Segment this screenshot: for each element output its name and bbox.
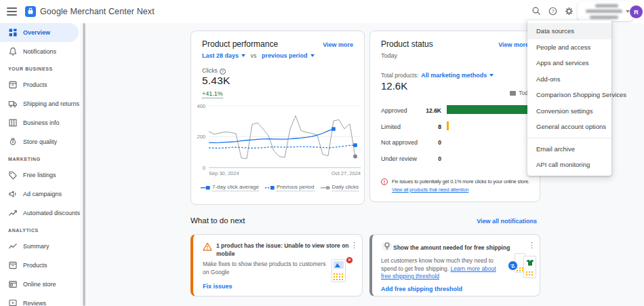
todo-card-fix-issues: 1 product has the issue: Unable to view … bbox=[190, 234, 363, 297]
sidebar-item-free-listings[interactable]: Free listings bbox=[0, 166, 79, 185]
top-app-bar: Google Merchant Center Next ? R bbox=[0, 0, 644, 23]
sidebar-section-your-business: YOUR BUSINESS bbox=[0, 61, 81, 75]
todo1-body: Make fixes to show these products to cus… bbox=[203, 261, 333, 276]
compare-dropdown[interactable]: previous period bbox=[262, 52, 308, 59]
account-info-redacted[interactable] bbox=[578, 1, 633, 21]
menu-item-data-sources[interactable]: Data sources bbox=[527, 23, 611, 39]
app-title: Google Merchant Center Next bbox=[40, 7, 155, 16]
status-rows: Approved12.6KLimited8Not approved0Under … bbox=[381, 104, 535, 168]
svg-text:0: 0 bbox=[203, 165, 205, 171]
svg-text:Oct 27, 2024: Oct 27, 2024 bbox=[331, 170, 361, 176]
sidebar-item-store-quality[interactable]: Store quality bbox=[0, 132, 79, 151]
badge-icon bbox=[8, 137, 18, 147]
chevron-down-icon bbox=[241, 54, 245, 57]
menu-divider bbox=[527, 138, 611, 138]
view-all-notifications-link[interactable]: View all notifications bbox=[190, 218, 537, 225]
todo2-title: Show the amount needed for free shipping bbox=[393, 244, 532, 252]
legend-square-icon bbox=[510, 91, 516, 96]
clicks-line-chart: 0200400Sep 30, 2024Oct 27, 2024 bbox=[191, 99, 365, 179]
menu-item-add-ons[interactable]: Add-ons bbox=[527, 71, 611, 88]
svg-text:400: 400 bbox=[197, 103, 205, 109]
status-row-approved: Approved12.6K bbox=[381, 104, 535, 120]
metric-value: 5.43K bbox=[202, 75, 230, 87]
total-products-row: Total products:All marketing methods bbox=[381, 72, 494, 79]
browser-icon bbox=[8, 280, 18, 289]
avatar[interactable]: R bbox=[630, 5, 643, 18]
menu-item-apps-and-services[interactable]: Apps and services bbox=[527, 55, 611, 71]
sidebar-item-notifications[interactable]: Notifications bbox=[0, 42, 79, 61]
sidebar-item-products[interactable]: Products bbox=[0, 75, 79, 94]
total-products-value: 12.6K bbox=[381, 80, 407, 92]
todo-card-free-shipping: Show the amount needed for free shipping… bbox=[369, 234, 540, 297]
sidebar-scrollbar[interactable] bbox=[81, 23, 85, 306]
help-icon[interactable]: ? bbox=[220, 69, 226, 75]
menu-item-general-account-options[interactable]: General account options bbox=[527, 119, 611, 135]
sidebar-item-online-store[interactable]: Online store bbox=[0, 275, 79, 294]
performance-card-title: Product performance bbox=[202, 39, 278, 49]
menu-item-email-archive[interactable]: Email archive bbox=[527, 141, 611, 157]
status-bar bbox=[447, 105, 536, 114]
review-icon bbox=[8, 299, 18, 306]
legend-item-previous-period[interactable]: Previous period bbox=[265, 184, 315, 191]
menu-hamburger-icon[interactable] bbox=[7, 7, 17, 16]
metric-label: Clicks? bbox=[202, 67, 226, 75]
product-status-card: Product status View more Today Total pro… bbox=[369, 31, 540, 202]
status-row-not-approved: Not approved0 bbox=[381, 136, 535, 152]
marketing-methods-dropdown[interactable]: All marketing methods bbox=[421, 72, 487, 79]
todo2-illustration bbox=[506, 252, 539, 287]
sidebar-item-reviews[interactable]: Reviews bbox=[0, 294, 79, 306]
view-all-products-link[interactable]: View all products that need attention bbox=[392, 187, 468, 193]
todo1-title: 1 product has the issue: Unable to view … bbox=[216, 242, 349, 258]
chart-icon bbox=[8, 242, 18, 251]
status-card-title: Product status bbox=[381, 39, 433, 49]
todo1-illustration: ✕ bbox=[330, 256, 353, 284]
menu-item-comparison-shopping-services[interactable]: Comparison Shopping Services bbox=[527, 87, 611, 103]
status-row-under-review: Under review0 bbox=[381, 152, 535, 168]
more-options-icon[interactable]: ⋮ bbox=[350, 242, 357, 249]
sidebar-item-business-info[interactable]: Business info bbox=[0, 113, 79, 132]
sidebar-section-analytics: ANALYTICS bbox=[0, 223, 81, 237]
date-range-dropdown[interactable]: Last 28 days bbox=[202, 52, 239, 59]
bell-icon bbox=[8, 47, 18, 56]
menu-item-people-and-access[interactable]: People and access bbox=[527, 39, 611, 56]
sidebar-item-shipping-and-returns[interactable]: Shipping and returns bbox=[0, 94, 79, 113]
product-performance-card: Product performance View more Last 28 da… bbox=[190, 31, 365, 205]
menu-item-api-call-monitoring[interactable]: API call monitoring bbox=[527, 157, 611, 173]
menu-item-conversion-settings[interactable]: Conversion settings bbox=[527, 103, 611, 119]
truck-icon bbox=[8, 99, 18, 109]
search-icon[interactable] bbox=[531, 6, 542, 16]
sidebar-nav: OverviewNotificationsYOUR BUSINESSProduc… bbox=[0, 23, 81, 306]
settings-dropdown-menu: Data sourcesPeople and accessApps and se… bbox=[527, 20, 611, 176]
sidebar-item-overview[interactable]: Overview bbox=[0, 23, 79, 42]
compare-arrows-icon bbox=[508, 261, 518, 271]
todo2-body: Let customers know how much they need to… bbox=[381, 257, 506, 281]
date-range-controls: Last 28 days vs previous period bbox=[202, 52, 315, 59]
metric-delta: +41.1% bbox=[202, 90, 223, 98]
status-view-more-link[interactable]: View more bbox=[498, 41, 529, 48]
box-icon bbox=[8, 80, 18, 90]
dashboard-icon bbox=[8, 28, 18, 37]
sidebar-item-automated-discounts[interactable]: Automated discounts bbox=[0, 204, 79, 223]
help-icon[interactable]: ? bbox=[548, 6, 558, 16]
box-icon bbox=[8, 261, 18, 270]
settings-gear-icon[interactable] bbox=[564, 6, 574, 16]
chevron-down-icon bbox=[310, 54, 315, 57]
svg-text:Sep 30, 2024: Sep 30, 2024 bbox=[209, 170, 239, 176]
performance-view-more-link[interactable]: View more bbox=[323, 41, 353, 48]
error-icon: ! bbox=[381, 178, 388, 185]
merchant-center-logo-icon bbox=[25, 6, 36, 17]
sidebar-item-ad-campaigns[interactable]: Ad campaigns bbox=[0, 185, 79, 204]
add-free-shipping-link[interactable]: Add free shipping threshold bbox=[381, 286, 462, 292]
sidebar-item-products[interactable]: Products bbox=[0, 256, 79, 275]
fix-issues-link[interactable]: Fix issues bbox=[203, 283, 233, 290]
chevron-down-icon bbox=[489, 74, 494, 77]
error-badge-icon: ✕ bbox=[346, 256, 353, 264]
legend-item-daily-clicks[interactable]: Daily clicks bbox=[321, 184, 359, 191]
megaphone-icon bbox=[8, 189, 18, 199]
warning-icon bbox=[203, 242, 212, 251]
more-options-icon[interactable]: ⋮ bbox=[528, 242, 535, 249]
tag-icon bbox=[8, 170, 18, 180]
legend-item-7-day-click-average[interactable]: 7-day click average bbox=[201, 184, 259, 191]
chart-legend: 7-day click averagePrevious periodDaily … bbox=[201, 184, 359, 191]
sidebar-item-summary[interactable]: Summary bbox=[0, 237, 79, 256]
